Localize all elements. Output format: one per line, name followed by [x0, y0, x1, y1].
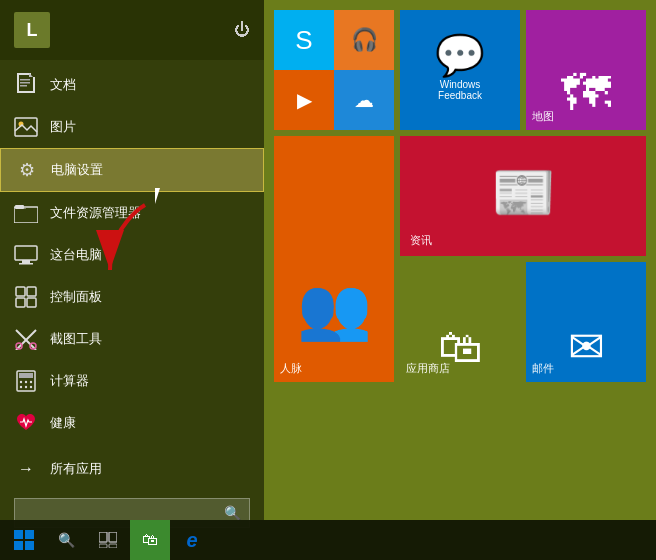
taskbar: 🔍 🛍 e — [0, 520, 656, 560]
svg-rect-1 — [17, 73, 19, 93]
file-explorer-label: 文件资源管理器 — [50, 204, 141, 222]
svg-point-28 — [20, 386, 22, 388]
svg-rect-2 — [17, 91, 35, 93]
tile-people[interactable]: 👥 人脉 — [274, 136, 394, 382]
menu-item-control-panel[interactable]: 控制面板 — [0, 276, 264, 318]
control-panel-label: 控制面板 — [50, 288, 102, 306]
ie-taskbar-button[interactable]: e — [172, 520, 212, 560]
svg-rect-33 — [25, 530, 34, 539]
all-apps-label: 所有应用 — [50, 460, 102, 478]
power-icon[interactable]: ⏻ — [234, 21, 250, 39]
people-icon: 👥 — [297, 273, 372, 344]
svg-rect-32 — [14, 530, 23, 539]
menu-item-this-pc[interactable]: 这台电脑 — [0, 234, 264, 276]
search-taskbar-button[interactable]: 🔍 — [46, 520, 86, 560]
tile-cloud[interactable]: ☁ — [334, 70, 394, 130]
health-icon — [14, 411, 38, 435]
menu-item-file-explorer[interactable]: 文件资源管理器 — [0, 192, 264, 234]
news-label: 资讯 — [410, 233, 432, 248]
task-view-button[interactable] — [88, 520, 128, 560]
menu-item-health[interactable]: 健康 — [0, 402, 264, 444]
control-panel-icon — [14, 285, 38, 309]
svg-rect-17 — [16, 298, 25, 307]
feedback-icon: 💬 WindowsFeedback — [435, 10, 485, 122]
this-pc-icon — [14, 243, 38, 267]
pictures-label: 图片 — [50, 118, 76, 136]
menu-item-pc-settings[interactable]: ⚙ 电脑设置 — [0, 148, 264, 192]
svg-point-25 — [20, 381, 22, 383]
svg-rect-14 — [19, 263, 33, 265]
svg-rect-13 — [22, 260, 30, 263]
store-label: 应用商店 — [406, 361, 450, 376]
snipping-tool-icon — [14, 327, 38, 351]
avatar[interactable]: L — [14, 12, 50, 48]
svg-rect-37 — [109, 532, 117, 542]
menu-items: 文档 图片 ⚙ 电脑设置 文件资源管理器 — [0, 60, 264, 448]
svg-rect-39 — [109, 544, 117, 548]
menu-item-snipping-tool[interactable]: 截图工具 — [0, 318, 264, 360]
calculator-icon — [14, 369, 38, 393]
all-apps-item[interactable]: → 所有应用 — [0, 448, 264, 490]
tile-video[interactable]: ▶ — [274, 70, 334, 130]
svg-point-30 — [30, 386, 32, 388]
svg-rect-0 — [17, 73, 31, 75]
feedback-label: WindowsFeedback — [438, 79, 482, 101]
start-button[interactable] — [4, 520, 44, 560]
tile-skype[interactable]: S — [274, 10, 334, 70]
svg-rect-11 — [15, 205, 24, 209]
people-label: 人脉 — [280, 361, 302, 376]
svg-point-27 — [30, 381, 32, 383]
pc-settings-label: 电脑设置 — [51, 161, 103, 179]
all-apps-icon: → — [14, 457, 38, 481]
tile-music[interactable]: 🎧 — [334, 10, 394, 70]
svg-rect-15 — [16, 287, 25, 296]
documents-label: 文档 — [50, 76, 76, 94]
file-explorer-icon — [14, 201, 38, 225]
svg-rect-3 — [33, 77, 35, 93]
this-pc-label: 这台电脑 — [50, 246, 102, 264]
menu-item-calculator[interactable]: 计算器 — [0, 360, 264, 402]
svg-point-26 — [25, 381, 27, 383]
tile-windows-feedback[interactable]: 💬 WindowsFeedback — [400, 10, 520, 130]
svg-rect-10 — [14, 207, 38, 223]
svg-rect-38 — [99, 544, 107, 548]
tile-map[interactable]: 🗺 地图 — [526, 10, 646, 130]
mail-icon: ✉ — [568, 321, 605, 372]
svg-rect-6 — [20, 82, 30, 84]
svg-rect-35 — [25, 541, 34, 550]
svg-rect-5 — [20, 79, 30, 81]
svg-rect-16 — [27, 287, 36, 296]
svg-rect-18 — [27, 298, 36, 307]
start-menu: L ⏻ 文档 图片 ⚙ 电脑设置 — [0, 0, 656, 520]
map-icon: 🗺 — [561, 64, 611, 122]
left-panel: L ⏻ 文档 图片 ⚙ 电脑设置 — [0, 0, 264, 520]
tiles-panel: S 🎧 ▶ ☁ 💬 WindowsFeedback 🗺 地图 👥 人脉 📰 — [264, 0, 656, 520]
documents-icon — [14, 73, 38, 97]
mail-label: 邮件 — [532, 361, 554, 376]
svg-rect-8 — [15, 118, 37, 136]
svg-rect-36 — [99, 532, 107, 542]
settings-icon: ⚙ — [15, 158, 39, 182]
user-section: L ⏻ — [0, 0, 264, 60]
svg-point-29 — [25, 386, 27, 388]
news-icon: 📰 — [491, 162, 556, 223]
health-label: 健康 — [50, 414, 76, 432]
svg-rect-7 — [20, 85, 27, 87]
svg-rect-24 — [19, 373, 33, 378]
snipping-tool-label: 截图工具 — [50, 330, 102, 348]
tile-store[interactable]: 🛍 应用商店 — [400, 262, 520, 382]
user-info: L — [14, 12, 60, 48]
menu-item-documents[interactable]: 文档 — [0, 64, 264, 106]
svg-rect-12 — [15, 246, 37, 260]
svg-rect-34 — [14, 541, 23, 550]
tile-quad[interactable]: S 🎧 ▶ ☁ — [274, 10, 394, 130]
calculator-label: 计算器 — [50, 372, 89, 390]
tile-mail[interactable]: ✉ 邮件 — [526, 262, 646, 382]
menu-item-pictures[interactable]: 图片 — [0, 106, 264, 148]
map-label: 地图 — [532, 109, 554, 124]
pictures-icon — [14, 115, 38, 139]
tile-news[interactable]: 📰 资讯 — [400, 136, 646, 256]
store-taskbar-button[interactable]: 🛍 — [130, 520, 170, 560]
